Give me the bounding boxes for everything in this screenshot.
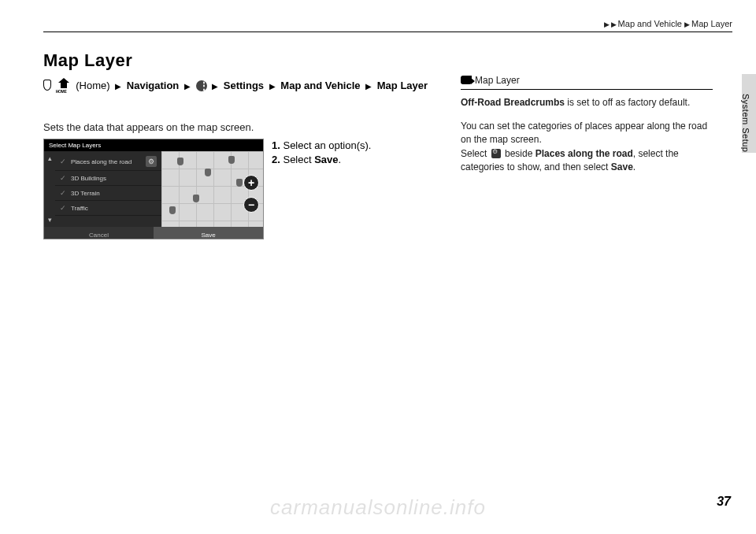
sidebar-text: . (633, 161, 636, 172)
check-icon: ✓ (60, 189, 66, 197)
path-map-and-vehicle: Map and Vehicle (280, 80, 360, 91)
list-item[interactable]: ✓Traffic (55, 201, 161, 216)
chevron-right-icon: ▶ (113, 82, 124, 91)
sidebar-paragraph: Select beside Places along the road, sel… (461, 147, 713, 175)
sidebar-heading: Map Layer (461, 74, 713, 90)
breadcrumb: ▶▶Map and Vehicle ▶Map Layer (604, 19, 732, 28)
gear-icon (491, 149, 501, 158)
gear-icon[interactable] (146, 156, 157, 167)
list-item-label: Places along the road (71, 158, 132, 165)
scroll-arrows[interactable]: ▴ ▾ (44, 151, 55, 227)
nav-path: (Home) ▶ Navigation ▶ ▶ Settings ▶ Map a… (43, 79, 445, 94)
list-item[interactable]: ✓Places along the road (55, 153, 161, 171)
zoom-out-button[interactable]: − (243, 197, 259, 213)
page-number: 37 (717, 495, 731, 509)
check-icon: ✓ (60, 158, 66, 165)
chevron-right-icon: ▶ (267, 82, 278, 91)
step-number: 2. (272, 154, 280, 165)
step-text: Select an option(s). (280, 139, 372, 151)
sidebar-note: Map Layer Off-Road Breadcrumbs is set to… (461, 74, 713, 174)
sidebar-text: Select (461, 148, 490, 159)
sidebar-paragraph: Off-Road Breadcrumbs is set to off as fa… (461, 96, 713, 109)
breadcrumb-level-1: Map and Vehicle (618, 19, 682, 28)
scroll-down-icon[interactable]: ▾ (48, 216, 52, 224)
list-item-label: Traffic (71, 205, 88, 212)
step-2: 2. Select Save. (272, 153, 453, 167)
list-item[interactable]: ✓3D Terrain (55, 186, 161, 201)
check-icon: ✓ (60, 174, 66, 182)
path-home-label: (Home) (76, 80, 109, 91)
path-map-layer: Map Layer (377, 80, 428, 91)
path-navigation: Navigation (127, 80, 179, 91)
sidebar-bold: Places along the road (536, 148, 633, 159)
list-item-label: 3D Buildings (71, 175, 106, 182)
chevron-right-icon: ▶ (604, 20, 611, 28)
sidebar-paragraph: You can set the categories of places app… (461, 120, 713, 147)
procedure-steps: 1. Select an option(s). 2. Select Save. (272, 139, 453, 167)
home-icon (57, 80, 70, 91)
step-save-label: Save (314, 154, 338, 165)
save-button[interactable]: Save (154, 227, 263, 239)
step-text: . (339, 154, 342, 165)
step-text: Select (280, 154, 314, 165)
step-number: 1. (272, 139, 280, 151)
path-settings: Settings (224, 80, 264, 91)
divider (43, 32, 732, 32)
sidebar-bold: Off-Road Breadcrumbs (461, 97, 565, 108)
chevron-right-icon: ▶ (684, 20, 691, 28)
list-item-label: 3D Terrain (71, 190, 100, 197)
sidebar-text: is set to off as factory default. (565, 97, 690, 108)
screenshot-header: Select Map Layers (44, 139, 263, 151)
list-item[interactable]: ✓3D Buildings (55, 171, 161, 186)
chevron-right-icon: ▶ (611, 20, 618, 28)
zoom-in-button[interactable]: + (243, 175, 259, 191)
select-cursor-icon (43, 80, 51, 91)
scroll-up-icon[interactable]: ▴ (48, 154, 52, 162)
sidebar-title: Map Layer (475, 75, 520, 86)
layer-list: ✓Places along the road ✓3D Buildings ✓3D… (55, 151, 161, 227)
cancel-button[interactable]: Cancel (44, 227, 154, 239)
chevron-right-icon: ▶ (363, 82, 374, 91)
chevron-right-icon: ▶ (182, 82, 193, 91)
section-tab-label: System Setup (741, 94, 750, 152)
check-icon: ✓ (60, 204, 66, 212)
chevron-right-icon: ▶ (209, 82, 220, 91)
step-1: 1. Select an option(s). (272, 139, 453, 153)
breadcrumb-level-2: Map Layer (691, 19, 732, 28)
page-title: Map Layer (43, 50, 132, 71)
menu-dots-icon (196, 80, 207, 91)
screenshot-select-map-layers: Select Map Layers ▴ ▾ ✓Places along the … (43, 139, 264, 239)
sidebar-text: beside (502, 148, 536, 159)
sidebar-bold: Save (611, 161, 633, 172)
screenshot-map-area: + − (161, 151, 263, 227)
description-text: Sets the data that appears on the map sc… (43, 121, 254, 133)
note-icon (461, 76, 472, 84)
